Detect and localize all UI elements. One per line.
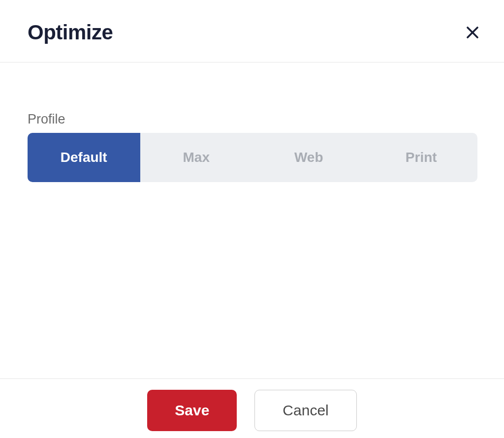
profile-option-max[interactable]: Max — [140, 133, 253, 182]
profile-option-default[interactable]: Default — [28, 133, 140, 182]
dialog-title: Optimize — [28, 21, 113, 44]
profile-segmented-control: Default Max Web Print — [28, 133, 477, 182]
dialog-header: Optimize — [0, 0, 504, 63]
cancel-button[interactable]: Cancel — [254, 390, 356, 431]
close-icon — [465, 25, 480, 40]
close-button[interactable] — [462, 22, 483, 43]
profile-label: Profile — [28, 112, 477, 127]
dialog-footer: Save Cancel — [0, 378, 504, 438]
save-button[interactable]: Save — [147, 390, 237, 431]
profile-option-print[interactable]: Print — [365, 133, 478, 182]
dialog-content: Profile Default Max Web Print — [0, 63, 504, 378]
profile-option-web[interactable]: Web — [252, 133, 365, 182]
